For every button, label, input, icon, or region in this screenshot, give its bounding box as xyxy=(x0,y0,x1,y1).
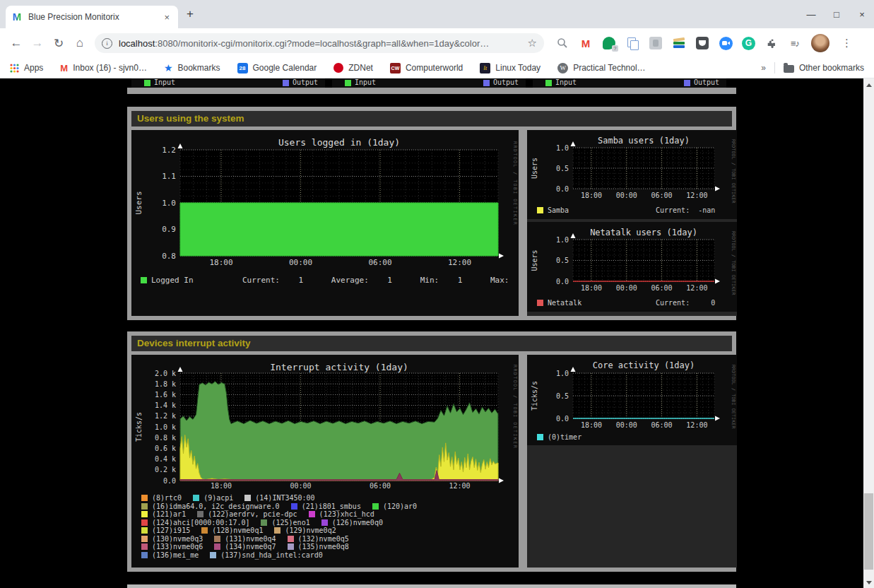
star-icon: ★ xyxy=(164,62,173,74)
bookmark-google-calendar[interactable]: 28Google Calendar xyxy=(237,63,317,74)
samba-users-graph[interactable]: 1.00.50.018:0000:0006:0012:00Samba users… xyxy=(527,130,737,219)
input-label: Input xyxy=(154,78,175,87)
scroll-up-icon[interactable] xyxy=(863,80,874,90)
svg-text:06:00: 06:00 xyxy=(651,284,673,292)
bookmark-inbox[interactable]: MInbox (16) - sjvn0… xyxy=(60,63,147,74)
samba_users-legend: SambaCurrent: -nan xyxy=(537,206,737,215)
minimize-icon[interactable]: — xyxy=(806,9,816,20)
legend-item: (136)mei_me xyxy=(141,551,199,559)
svg-text:0.9: 0.9 xyxy=(162,225,176,234)
pocket-icon[interactable] xyxy=(695,36,709,50)
extensions-puzzle-icon[interactable] xyxy=(764,36,779,50)
legend-item: (131)nvme0q4 xyxy=(214,535,276,543)
core_activity-legend: (0)timer xyxy=(537,433,737,442)
browser-tab[interactable]: M Blue Precision Monitorix × xyxy=(6,6,178,28)
bookmark-zdnet[interactable]: ZDNet xyxy=(333,63,373,73)
apps-shortcut[interactable]: Apps xyxy=(10,63,43,73)
legend-swatch xyxy=(141,552,148,558)
svg-text:18:00: 18:00 xyxy=(211,482,232,490)
bookmark-bookmarks[interactable]: ★Bookmarks xyxy=(164,62,220,74)
forward-icon[interactable]: → xyxy=(27,33,48,54)
legend-item: (129)nvme0q2 xyxy=(274,527,336,534)
svg-text:0.5: 0.5 xyxy=(556,392,569,400)
tab-close-icon[interactable]: × xyxy=(161,11,172,24)
svg-text:00:00: 00:00 xyxy=(290,482,311,490)
svg-text:18:00: 18:00 xyxy=(581,192,602,199)
svg-text:1.0: 1.0 xyxy=(556,236,569,244)
svg-text:1.1: 1.1 xyxy=(162,172,176,181)
computerworld-icon: CW xyxy=(390,63,401,74)
output-label: Output xyxy=(694,78,719,87)
page-info-icon[interactable]: i xyxy=(102,38,112,49)
svg-text:1.8 k: 1.8 k xyxy=(155,380,176,388)
page-scrollbar[interactable] xyxy=(863,78,874,588)
svg-text:Interrupt activity (1day): Interrupt activity (1day) xyxy=(270,362,408,372)
bookmarks-overflow-chevron[interactable]: » xyxy=(761,63,766,73)
maximize-icon[interactable]: □ xyxy=(832,9,841,20)
scroll-down-icon[interactable] xyxy=(863,577,874,587)
copy-pages-icon[interactable] xyxy=(625,36,639,50)
users-logged-in-graph[interactable]: 1.21.11.00.90.818:0000:0006:0012:00Users… xyxy=(131,130,519,316)
back-icon[interactable]: ← xyxy=(6,33,27,54)
browser-window: M Blue Precision Monitorix × + — □ × ← →… xyxy=(0,0,874,588)
legend-item: (127)i915 xyxy=(141,527,190,534)
address-bar[interactable]: i localhost:8080/monitorix-cgi/monitorix… xyxy=(95,33,544,53)
profile-avatar[interactable] xyxy=(811,34,829,52)
reload-icon[interactable]: ↻ xyxy=(48,33,69,54)
interrupt-activity-graph[interactable]: 2.0 k1.8 k1.6 k1.4 k1.2 k1.0 k0.8 k0.6 k… xyxy=(131,355,519,568)
netatalk_users-svg: 1.00.50.018:0000:0006:0012:00Netatalk us… xyxy=(527,222,737,312)
grammarly-icon[interactable]: G xyxy=(742,37,755,50)
core_activity-svg: 1.00.50.018:0000:0006:0012:00Core activi… xyxy=(527,355,737,445)
disabled-extension-icon[interactable] xyxy=(649,36,663,50)
home-icon[interactable]: ⌂ xyxy=(69,33,90,54)
zoom-camera-icon[interactable] xyxy=(719,36,733,50)
legend-item: (125)eno1 xyxy=(261,519,309,527)
output-swatch xyxy=(283,80,289,86)
svg-text:1.0: 1.0 xyxy=(162,199,176,208)
gmail-icon: M xyxy=(60,63,68,74)
bookmark-linux-today[interactable]: ltLinux Today xyxy=(480,63,541,74)
other-bookmarks[interactable]: Other bookmarks xyxy=(784,63,864,73)
legend-swatch xyxy=(210,552,216,558)
svg-text:0.8: 0.8 xyxy=(162,252,176,261)
svg-text:1.2: 1.2 xyxy=(162,146,176,155)
legend-swatch xyxy=(141,495,148,501)
legend-swatch xyxy=(141,536,148,542)
svg-text:Users: Users xyxy=(531,158,538,179)
network-graph-partial-3[interactable]: Input Output xyxy=(533,78,726,88)
network-graph-partial-1[interactable]: Input Output xyxy=(131,78,325,88)
legend-swatch xyxy=(141,543,148,550)
bookmarks-divider xyxy=(774,62,775,74)
svg-text:0.5: 0.5 xyxy=(556,257,569,264)
bookmark-computerworld[interactable]: CWComputerworld xyxy=(390,63,463,74)
legend-item: Netatalk xyxy=(537,299,581,307)
legend-swatch xyxy=(197,511,203,517)
books-stack-icon[interactable] xyxy=(672,36,686,50)
legend-item: (122)aerdrv, pcie-dpc xyxy=(197,510,297,518)
legend-stats: Current: 0 xyxy=(656,299,715,307)
playlist-icon[interactable]: ≡♪ xyxy=(788,36,802,50)
core-activity-graph[interactable]: 1.00.50.018:0000:0006:0012:00Core activi… xyxy=(527,355,737,445)
google-voice-icon[interactable] xyxy=(602,36,616,50)
legend-stats: Current: -nan xyxy=(656,206,715,214)
browser-menu-icon[interactable]: ⋮ xyxy=(841,37,852,49)
legend-item: (0)timer xyxy=(537,433,581,441)
legend-swatch xyxy=(537,434,543,440)
bookmark-star-icon[interactable]: ☆ xyxy=(528,37,537,49)
monitorix-favicon: M xyxy=(11,11,23,23)
gmail-icon[interactable]: M xyxy=(579,36,593,50)
search-icon[interactable] xyxy=(555,36,569,50)
svg-text:0.0: 0.0 xyxy=(556,185,569,193)
legend-swatch xyxy=(214,536,220,542)
close-icon[interactable]: × xyxy=(857,9,867,20)
legend-item: (130)nvme0q3 xyxy=(141,535,203,543)
scrollbar-thumb[interactable] xyxy=(864,493,873,570)
netatalk-users-graph[interactable]: 1.00.50.018:0000:0006:0012:00Netatalk us… xyxy=(527,222,737,312)
bookmark-practical-technology[interactable]: WPractical Technol… xyxy=(557,63,646,74)
svg-text:18:00: 18:00 xyxy=(581,421,602,429)
svg-text:06:00: 06:00 xyxy=(651,192,673,199)
new-tab-button[interactable]: + xyxy=(187,7,194,21)
browser-toolbar: ← → ↻ ⌂ i localhost:8080/monitorix-cgi/m… xyxy=(0,28,874,58)
network-graph-partial-2[interactable]: Input Output xyxy=(332,78,526,88)
legend-swatch xyxy=(309,511,315,517)
